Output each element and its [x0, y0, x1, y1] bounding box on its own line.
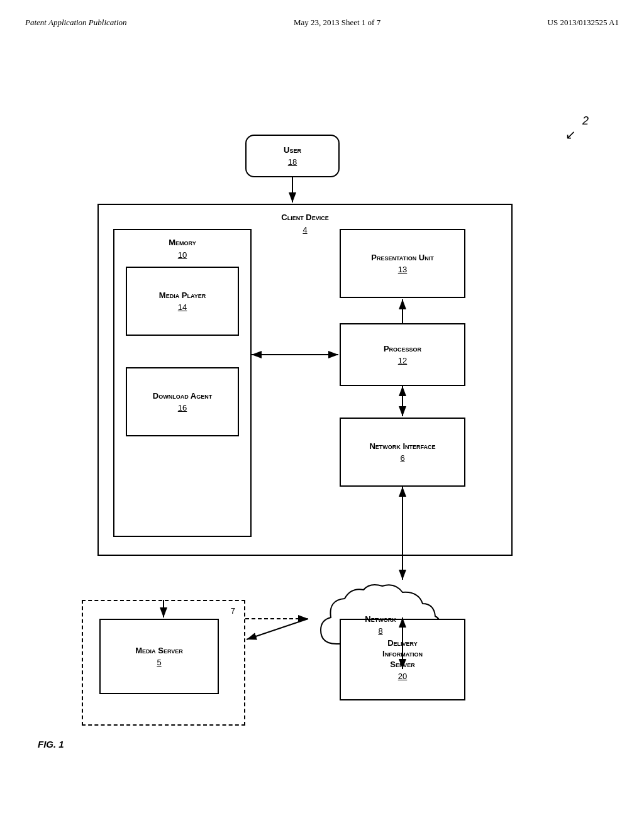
user-number: 18 [288, 157, 297, 167]
delivery-info-server-box: DeliveryInformationServer 20 [340, 619, 465, 700]
figure-label: FIG. 1 [38, 739, 64, 750]
media-server-label: Media Server [135, 646, 182, 656]
media-server-number: 5 [157, 658, 161, 667]
network-interface-number: 6 [400, 453, 404, 463]
memory-label: Memory [114, 238, 250, 248]
svg-line-9 [247, 619, 308, 639]
memory-number: 10 [114, 250, 250, 260]
header-publication: Patent Application Publication [25, 18, 127, 28]
presentation-unit-number: 13 [398, 265, 407, 274]
download-agent-number: 16 [178, 403, 187, 412]
presentation-unit-box: Presentation Unit 13 [340, 229, 465, 298]
network-interface-label: Network Interface [369, 441, 435, 452]
processor-number: 12 [398, 356, 407, 365]
presentation-unit-label: Presentation Unit [371, 253, 433, 263]
network-label: Network [365, 614, 396, 625]
download-agent-box: Download Agent 16 [126, 367, 239, 436]
media-player-box: Media Player 14 [126, 267, 239, 336]
header-date-sheet: May 23, 2013 Sheet 1 of 7 [294, 18, 380, 28]
network-number: 8 [378, 626, 382, 636]
processor-label: Processor [384, 344, 421, 355]
user-box: User 18 [245, 135, 340, 177]
delivery-info-number: 20 [398, 672, 407, 681]
user-label: User [284, 145, 301, 156]
media-server-box: Media Server 5 [99, 619, 219, 694]
dashed-label-7: 7 [231, 606, 235, 616]
network-interface-box: Network Interface 6 [340, 418, 465, 487]
delivery-info-label: DeliveryInformationServer [382, 638, 423, 670]
header-patent-number: US 2013/0132525 A1 [548, 18, 619, 28]
page-header: Patent Application Publication May 23, 2… [0, 0, 644, 28]
media-player-label: Media Player [159, 290, 206, 301]
download-agent-label: Download Agent [153, 391, 212, 402]
processor-box: Processor 12 [340, 323, 465, 386]
arrow-2-icon: ↙ [565, 127, 576, 142]
media-player-number: 14 [178, 302, 187, 312]
network-content: Network 8 [365, 614, 396, 636]
diagram-number-2: 2 [582, 114, 589, 128]
client-device-label: Client Device [99, 213, 511, 223]
diagram-area: 2 ↙ User 18 Client Device 4 Memory 10 Me… [0, 34, 644, 801]
